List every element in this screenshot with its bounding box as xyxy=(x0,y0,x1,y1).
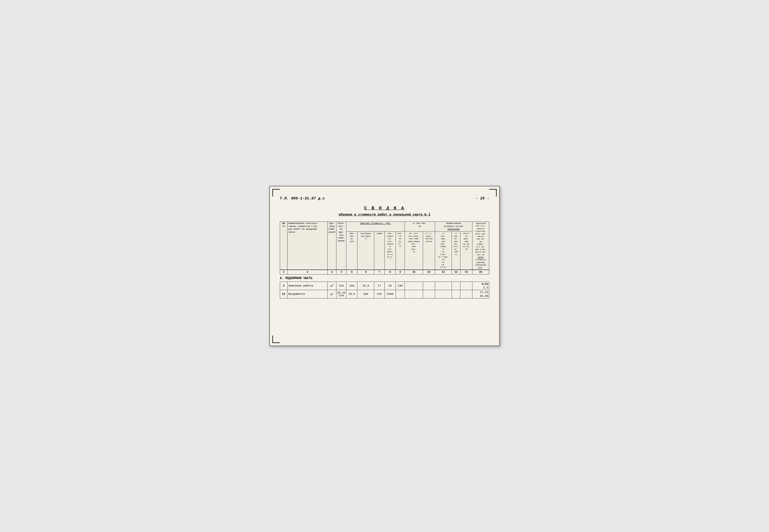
header-plan-accum: пла-новыхна-коп-лений%ото-имос-ти погр.5… xyxy=(384,232,396,270)
row-II-name: Фундаменты xyxy=(288,290,328,299)
col-num-13: I3 xyxy=(452,270,460,275)
header-total: все-гопогр,5,78 xyxy=(396,232,405,270)
corner-mark-bl xyxy=(272,336,280,343)
row-II-overhead-sum: II6 xyxy=(374,290,384,299)
table-row-I: I Земляные работы м3 II8 I03 I6,5 I7 IO … xyxy=(280,282,489,290)
header-direct-costs: пря-мыхза-трат xyxy=(346,232,357,270)
header-col-numbers: I 2 3 4 5 6 7 8 9 IO II I2 I3 I4 I5 xyxy=(280,270,489,275)
header-col-qty: Коли-чест-воеди-ницизме-рения xyxy=(336,222,346,270)
header-norm-total: всегоподан-нымгр.IO,II,I2,I3 xyxy=(460,232,472,270)
col-num-1: I xyxy=(280,270,288,275)
row-I-incl-b xyxy=(423,282,435,290)
row-I-norm-b xyxy=(452,282,460,290)
row-II-incl-b xyxy=(423,290,435,299)
header-col-num: №№пп xyxy=(280,222,288,270)
row-II-unit: м3 xyxy=(328,290,336,299)
col-num-15: I5 xyxy=(472,270,489,275)
row-I-num: I xyxy=(280,282,288,290)
header-incl: в том чис-ле xyxy=(405,222,435,232)
col-num-3: 3 xyxy=(328,270,336,275)
col-num-9: 9 xyxy=(396,270,405,275)
header-col-unit: Еди-ницаизме-рения xyxy=(328,222,336,270)
main-table: №№пп Наименование конструк-тивных элемен… xyxy=(280,221,489,308)
row-II-total xyxy=(396,290,405,299)
header-incl-wages: в т.ч.зара-ботнойплаты xyxy=(423,232,435,270)
title-sub: объемов и стоимости работ к локальной см… xyxy=(280,213,489,216)
row-I-norm-total xyxy=(460,282,472,290)
section-a-header: А. ПОДЗЕМНАЯ ЧАСТЬ xyxy=(280,275,489,282)
page-number: - 25 - xyxy=(476,196,489,201)
row-II-overhead-pct: 206 xyxy=(357,290,374,299)
col-num-10: IO xyxy=(405,270,423,275)
row-I-total: I30 xyxy=(396,282,405,290)
page-header: Т.П. 905-1-31.87 д.с - 25 - xyxy=(280,194,489,201)
row-II-norm-b xyxy=(452,290,460,299)
row-I-specific-strike: 2,26 xyxy=(482,283,488,286)
header-row-1: №№пп Наименование конструк-тивных элемен… xyxy=(280,222,489,232)
title-section: С В О Д К А объемов и стоимости работ к … xyxy=(280,206,489,216)
row-I-unit: м3 xyxy=(328,282,336,290)
col-num-7: 7 xyxy=(374,270,384,275)
document-number: Т.П. 905-1-31.87 д.с xyxy=(280,196,325,201)
row-I-incl-a xyxy=(405,282,423,290)
header-incl-mach: оо- эко-ное-плуа-ной ташизара-машинбот-н… xyxy=(405,232,423,270)
row-II-qty-sub: I246 xyxy=(337,295,345,298)
row-I-specific: 2,26 I,I xyxy=(472,282,489,290)
row-II-specific-main: 27,22 xyxy=(480,291,488,294)
row-I-qty: II8 xyxy=(336,282,346,290)
col-num-6: 6 xyxy=(357,270,374,275)
row-II-direct: I6,5 xyxy=(346,290,357,299)
col-num-4: 4 xyxy=(336,270,346,275)
spacer-row xyxy=(280,298,489,308)
corner-mark-tr xyxy=(489,189,497,196)
row-I-specific-main: I,I xyxy=(483,286,488,289)
row-II-norm-total xyxy=(460,290,472,299)
header-norm: Нормативнаяусловно-чистаяпродукция xyxy=(435,222,472,232)
header-overhead-sum: сумма xyxy=(374,232,384,270)
header-norm-plan: впла-но-рыхна-коп-ле-ний% xyxy=(452,232,460,270)
row-II-num: II xyxy=(280,290,288,299)
header-overhead-pct: накладныхрасходов% xyxy=(357,232,374,270)
row-I-direct: I03 xyxy=(346,282,357,290)
col-num-12: I2 xyxy=(435,270,452,275)
row-II-specific: 27,22 6I,88 xyxy=(472,290,489,299)
row-II-incl-a xyxy=(405,290,423,299)
col-num-5: 5 xyxy=(346,270,357,275)
title-main: С В О Д К А xyxy=(280,206,489,211)
row-II-qty: 25,34 I246 xyxy=(336,290,346,299)
row-II-specific-sub: 6I,88 xyxy=(480,295,488,298)
row-II-norm-a xyxy=(435,290,452,299)
header-col-name: Наименование конструк-тивных элементов и… xyxy=(288,222,328,270)
row-II-plan: I568 xyxy=(384,290,396,299)
section-a-label: А. ПОДЗЕМНАЯ ЧАСТЬ xyxy=(280,275,489,282)
header-smetna-cost: Сметная стоимость, руб. xyxy=(346,222,405,232)
col-num-11: II xyxy=(423,270,435,275)
col-num-2: 2 xyxy=(288,270,328,275)
row-I-plan: IO xyxy=(384,282,396,290)
row-I-overhead-pct: I6,5 xyxy=(357,282,374,290)
header-norm-overhead: внак-лад-ныхрас-ходах%поотои-гр.7 моо-ти… xyxy=(435,232,452,270)
row-I-name: Земляные работы xyxy=(288,282,328,290)
col-num-14: I4 xyxy=(460,270,472,275)
header-specific: Удельныйвес сто-имостиструктир-ного эло-… xyxy=(472,222,489,270)
document-page: Т.П. 905-1-31.87 д.с - 25 - С В О Д К А … xyxy=(269,186,500,346)
table-row-II: II Фундаменты м3 25,34 I246 I6,5 206 II6… xyxy=(280,290,489,299)
row-II-qty-main: 25,34 xyxy=(337,291,345,294)
col-num-8: 8 xyxy=(384,270,396,275)
row-I-overhead-sum: I7 xyxy=(374,282,384,290)
row-I-norm-a xyxy=(435,282,452,290)
corner-mark-tl xyxy=(272,189,280,196)
